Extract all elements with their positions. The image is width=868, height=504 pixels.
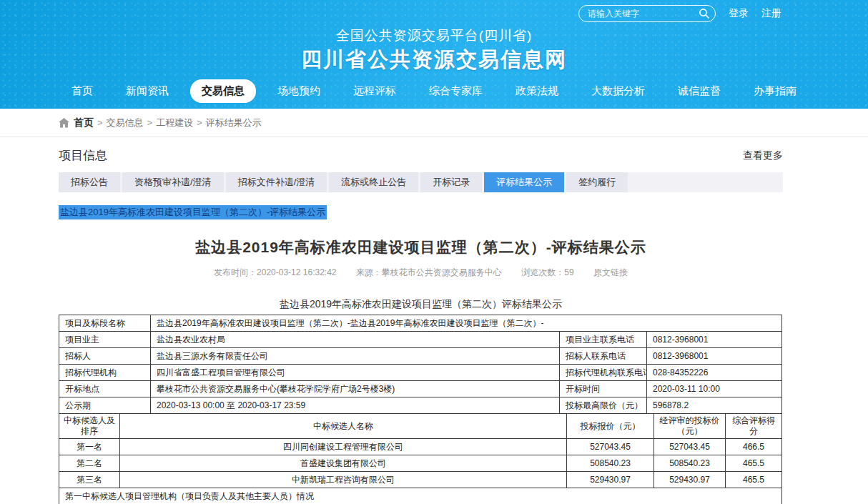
col-header-rank: 中标候选人及排序 bbox=[59, 414, 120, 439]
candidate-name: 中新凯瑞工程咨询有限公司 bbox=[120, 472, 567, 488]
candidate-rank: 第二名 bbox=[59, 455, 120, 472]
result-table-title: 盐边县2019年高标准农田建设项目监理（第二次）评标结果公示 bbox=[59, 298, 783, 311]
view-count: 浏览次数：59 bbox=[521, 267, 573, 277]
table-row: 开标地点 攀枝花市公共资源交易服务中心(攀枝花学院学府广场2号楼3楼) 开标时间… bbox=[59, 381, 782, 397]
breadcrumb-result-publicity[interactable]: 评标结果公示 bbox=[206, 117, 262, 129]
breadcrumb: 首页 > 交易信息 > 工程建设 > 评标结果公示 bbox=[59, 117, 262, 129]
search-icon[interactable] bbox=[699, 8, 710, 19]
table-row: 第一名 四川同创建设工程管理有限公司 527043.45 527043.45 4… bbox=[59, 439, 782, 455]
partial-row-text: 第一中标候选人项目管理机构（项目负责人及其他主要人员）情况 bbox=[59, 488, 782, 504]
site-title: 四川省公共资源交易信息网 bbox=[0, 49, 868, 70]
content-container: 项目信息 查看更多 招标公告 资格预审补遗/澄清 招标文件补遗/澄清 流标或终止… bbox=[59, 147, 783, 504]
candidate-reviewed-bid: 529430.97 bbox=[654, 472, 726, 488]
table-row-partial: 第一中标候选人项目管理机构（项目负责人及其他主要人员）情况 bbox=[59, 488, 782, 504]
register-link[interactable]: 注册 bbox=[761, 7, 781, 20]
tab-failed-terminated[interactable]: 流标或终止公告 bbox=[329, 172, 418, 192]
row-label2: 招标人联系电话 bbox=[560, 348, 647, 365]
row-label: 招标人 bbox=[59, 348, 151, 365]
row-value: 盐边县2019年高标准农田建设项目监理（第二次）-盐边县2019年高标准农田建设… bbox=[151, 315, 782, 332]
tab-bar: 招标公告 资格预审补遗/澄清 招标文件补遗/澄清 流标或终止公告 开标记录 评标… bbox=[59, 172, 783, 192]
candidate-score: 465.5 bbox=[726, 455, 782, 472]
topbar: 登录 注册 bbox=[578, 5, 781, 22]
article-title: 盐边县2019年高标准农田建设项目监理（第二次）-评标结果公示 bbox=[59, 237, 783, 257]
nav-item-home[interactable]: 首页 bbox=[60, 79, 104, 103]
nav-item-expert-pool[interactable]: 综合专家库 bbox=[418, 79, 494, 103]
page-title: 项目信息 bbox=[59, 147, 107, 164]
row-label2: 投标最高限价（元） bbox=[560, 397, 647, 414]
breadcrumb-engineering[interactable]: 工程建设 bbox=[156, 117, 193, 129]
row-value: 攀枝花市公共资源交易服务中心(攀枝花学院学府广场2号楼3楼) bbox=[151, 381, 560, 397]
tab-bid-doc-addendum[interactable]: 招标文件补遗/澄清 bbox=[226, 172, 327, 192]
nav-item-venue-booking[interactable]: 场地预约 bbox=[266, 79, 332, 103]
table-row: 招标人 盐边县三源水务有限责任公司 招标人联系电话 0812-3968001 bbox=[59, 348, 782, 365]
candidate-score: 465.5 bbox=[726, 472, 782, 488]
row-value: 2020-03-13 00:00 至 2020-03-17 23:59 bbox=[151, 397, 560, 414]
candidate-rank: 第一名 bbox=[59, 439, 120, 455]
row-value: 四川省富盛工程项目管理有限公司 bbox=[151, 365, 560, 381]
section-head: 项目信息 查看更多 bbox=[59, 147, 783, 164]
search-box[interactable] bbox=[578, 5, 716, 22]
col-header-bid: 投标报价（元） bbox=[567, 414, 654, 439]
col-header-reviewed-bid: 经评审的投标价（元） bbox=[654, 414, 726, 439]
table-row: 项目及标段名称 盐边县2019年高标准农田建设项目监理（第二次）-盐边县2019… bbox=[59, 315, 782, 332]
row-label2: 开标时间 bbox=[560, 381, 647, 397]
login-link[interactable]: 登录 bbox=[729, 7, 749, 20]
project-info-table: 项目及标段名称 盐边县2019年高标准农田建设项目监理（第二次）-盐边县2019… bbox=[59, 315, 782, 414]
original-link[interactable]: 原文链接 bbox=[593, 267, 628, 277]
breadcrumb-separator: > bbox=[97, 117, 103, 128]
breadcrumb-separator: > bbox=[147, 117, 153, 128]
nav-item-news[interactable]: 新闻资讯 bbox=[114, 79, 180, 103]
search-input[interactable] bbox=[588, 9, 699, 19]
table-header-row: 中标候选人及排序 中标候选人名称 投标报价（元） 经评审的投标价（元） 综合评标… bbox=[59, 414, 782, 439]
row-value2: 2020-03-11 10:00 bbox=[647, 381, 782, 397]
candidate-bid: 527043.45 bbox=[567, 439, 654, 455]
row-label: 开标地点 bbox=[59, 381, 151, 397]
nav-item-remote-evaluation[interactable]: 远程评标 bbox=[342, 79, 408, 103]
row-value2: 028-84352226 bbox=[647, 365, 782, 381]
candidate-bid: 529430.97 bbox=[567, 472, 654, 488]
col-header-score: 综合评标得分 bbox=[726, 414, 782, 439]
candidate-bid: 508540.23 bbox=[567, 455, 654, 472]
nav-item-trade-info[interactable]: 交易信息 bbox=[190, 79, 256, 103]
table-row: 项目业主 盐边县农业农村局 项目业主联系电话 0812-3968001 bbox=[59, 332, 782, 348]
nav-item-guide[interactable]: 办事指南 bbox=[742, 79, 808, 103]
publish-time: 发布时间：2020-03-12 16:32:42 bbox=[214, 267, 336, 277]
site-subtitle: 全国公共资源交易平台(四川省) bbox=[0, 29, 868, 42]
tab-bid-announcement[interactable]: 招标公告 bbox=[59, 172, 120, 192]
breadcrumb-strip: 首页 > 交易信息 > 工程建设 > 评标结果公示 bbox=[0, 109, 868, 137]
row-label2: 招标代理机构联系电话 bbox=[560, 365, 647, 381]
candidate-name: 首盛建设集团有限公司 bbox=[120, 455, 567, 472]
row-value2: 596878.2 bbox=[647, 397, 782, 414]
col-header-name: 中标候选人名称 bbox=[120, 414, 567, 439]
tab-prequalification-addendum[interactable]: 资格预审补遗/澄清 bbox=[122, 172, 224, 192]
candidates-table: 中标候选人及排序 中标候选人名称 投标报价（元） 经评审的投标价（元） 综合评标… bbox=[59, 413, 782, 504]
breadcrumb-home[interactable]: 首页 bbox=[74, 117, 94, 129]
nav-item-integrity[interactable]: 诚信监督 bbox=[666, 79, 732, 103]
breadcrumb-trade-info[interactable]: 交易信息 bbox=[107, 117, 144, 129]
tab-opening-record[interactable]: 开标记录 bbox=[420, 172, 482, 192]
candidate-score: 466.5 bbox=[726, 439, 782, 455]
row-label: 项目业主 bbox=[59, 332, 151, 348]
row-label2: 项目业主联系电话 bbox=[560, 332, 647, 348]
row-value2: 0812-3968001 bbox=[647, 348, 782, 365]
breadcrumb-separator: > bbox=[197, 117, 202, 128]
candidate-reviewed-bid: 508540.23 bbox=[654, 455, 726, 472]
source: 来源：攀枝花市公共资源交易服务中心 bbox=[356, 267, 502, 277]
table-row: 第三名 中新凯瑞工程咨询有限公司 529430.97 529430.97 465… bbox=[59, 472, 782, 488]
main-nav: 首页 新闻资讯 交易信息 场地预约 远程评标 综合专家库 政策法规 大数据分析 … bbox=[0, 79, 868, 103]
result-list-item-link[interactable]: 盐边县2019年高标准农田建设项目监理（第二次）-评标结果公示 bbox=[59, 205, 327, 219]
row-value2: 0812-3968001 bbox=[647, 332, 782, 348]
home-icon[interactable] bbox=[59, 118, 69, 128]
table-row: 招标代理机构 四川省富盛工程项目管理有限公司 招标代理机构联系电话 028-84… bbox=[59, 365, 782, 381]
row-label: 招标代理机构 bbox=[59, 365, 151, 381]
nav-item-policies[interactable]: 政策法规 bbox=[504, 79, 570, 103]
candidate-name: 四川同创建设工程管理有限公司 bbox=[120, 439, 567, 455]
site-header: 登录 注册 全国公共资源交易平台(四川省) 四川省公共资源交易信息网 首页 新闻… bbox=[0, 0, 868, 109]
tab-contract-performance[interactable]: 签约履行 bbox=[566, 172, 628, 192]
nav-item-big-data[interactable]: 大数据分析 bbox=[580, 79, 656, 103]
table-row: 第二名 首盛建设集团有限公司 508540.23 508540.23 465.5 bbox=[59, 455, 782, 472]
see-more-link[interactable]: 查看更多 bbox=[743, 149, 783, 162]
article-meta: 发布时间：2020-03-12 16:32:42 来源：攀枝花市公共资源交易服务… bbox=[59, 267, 783, 279]
tab-evaluation-result[interactable]: 评标结果公示 bbox=[484, 172, 564, 192]
candidate-rank: 第三名 bbox=[59, 472, 120, 488]
